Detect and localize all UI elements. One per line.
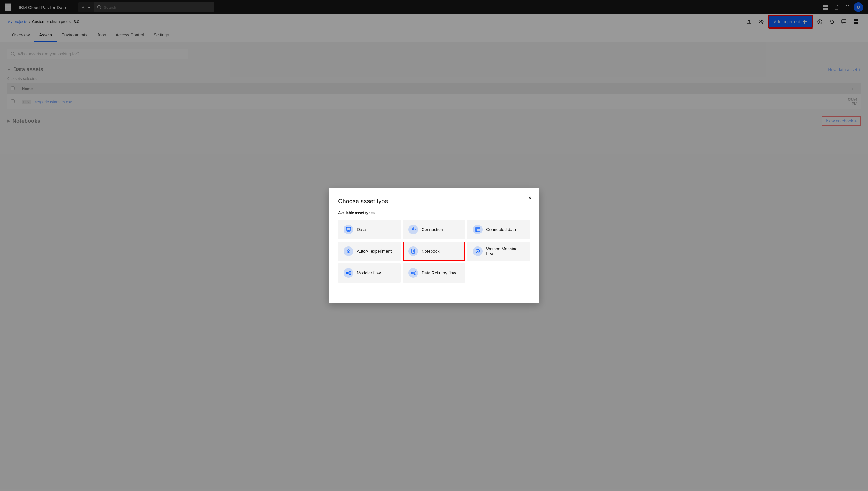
svg-rect-20 bbox=[346, 227, 350, 230]
modal-title: Choose asset type bbox=[338, 198, 530, 205]
svg-point-43 bbox=[414, 273, 415, 275]
asset-type-data[interactable]: Data bbox=[338, 220, 401, 239]
choose-asset-type-modal: Choose asset type × Available asset type… bbox=[329, 188, 539, 303]
autoai-asset-label: AutoAI experiment bbox=[357, 249, 392, 254]
svg-point-23 bbox=[411, 229, 412, 230]
data-refinery-asset-label: Data Refinery flow bbox=[422, 270, 456, 276]
connected-data-asset-label: Connected data bbox=[486, 227, 516, 232]
asset-type-connected-data[interactable]: Connected data bbox=[467, 220, 530, 239]
modeler-flow-asset-icon bbox=[344, 268, 353, 278]
watson-ml-asset-icon bbox=[473, 247, 483, 256]
data-asset-icon bbox=[344, 225, 353, 234]
watson-ml-asset-label: Watson Machine Lea... bbox=[486, 247, 524, 256]
data-refinery-asset-icon bbox=[408, 268, 418, 278]
svg-point-37 bbox=[349, 271, 350, 272]
svg-point-41 bbox=[411, 272, 412, 273]
notebook-asset-label: Notebook bbox=[422, 249, 440, 254]
connected-data-asset-icon bbox=[473, 225, 483, 234]
notebook-asset-icon bbox=[408, 247, 418, 256]
asset-type-data-refinery[interactable]: Data Refinery flow bbox=[403, 263, 465, 283]
svg-line-44 bbox=[412, 272, 414, 273]
svg-point-36 bbox=[346, 272, 347, 273]
available-asset-types-label: Available asset types bbox=[338, 211, 530, 215]
svg-line-40 bbox=[347, 273, 349, 274]
asset-type-autoai[interactable]: AutoAI experiment bbox=[338, 241, 401, 261]
svg-line-39 bbox=[347, 272, 349, 273]
data-asset-label: Data bbox=[357, 227, 366, 232]
autoai-asset-icon bbox=[344, 247, 353, 256]
asset-type-connection[interactable]: Connection bbox=[403, 220, 465, 239]
asset-type-modeler-flow[interactable]: Modeler flow bbox=[338, 263, 401, 283]
asset-types-grid: Data Connection bbox=[338, 220, 530, 283]
modal-overlay: Choose asset type × Available asset type… bbox=[0, 0, 868, 490]
modal-close-button[interactable]: × bbox=[525, 193, 535, 203]
asset-type-watson-ml[interactable]: Watson Machine Lea... bbox=[467, 241, 530, 261]
modeler-flow-asset-label: Modeler flow bbox=[357, 270, 381, 276]
svg-point-38 bbox=[349, 273, 350, 275]
svg-point-24 bbox=[414, 229, 415, 230]
asset-type-notebook[interactable]: Notebook bbox=[403, 241, 465, 261]
svg-point-42 bbox=[414, 271, 415, 272]
connection-asset-label: Connection bbox=[422, 227, 443, 232]
connection-asset-icon bbox=[408, 225, 418, 234]
svg-line-45 bbox=[412, 273, 414, 274]
svg-rect-26 bbox=[475, 227, 480, 232]
